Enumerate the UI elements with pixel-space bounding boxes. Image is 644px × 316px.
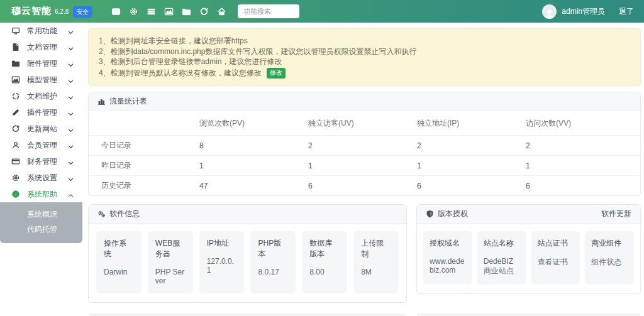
info-tile: 数据库版本 8.00: [302, 231, 347, 293]
brand: 穆云智能 6.2.8 安全: [11, 5, 92, 18]
security-alert: 1、检测到网址非安全链接，建议您部署https 2、检测到data/common…: [88, 28, 641, 86]
menu-icon[interactable]: [142, 4, 160, 19]
row-label: 今日记录: [89, 136, 199, 156]
tile-value[interactable]: 查看证书: [538, 257, 574, 268]
refresh-icon[interactable]: [195, 4, 213, 19]
shield-icon: [426, 210, 434, 218]
sidebar-item-label: 更新网站: [27, 124, 57, 134]
folder-icon[interactable]: [177, 4, 195, 19]
sidebar-item-附件管理[interactable]: 附件管理: [0, 55, 82, 72]
sidebar-item-label: 系统帮助: [27, 189, 57, 200]
info-tile: WEB服务器 PHP Server: [148, 231, 193, 293]
folder-dark-icon: [11, 59, 20, 68]
topbar: 穆云智能 6.2.8 安全 admin管理员 退了: [0, 0, 644, 23]
chart-icon[interactable]: [160, 4, 177, 19]
traffic-table-header-row: 浏览次数(PV) 独立访客(UV) 独立地址(IP) 访问次数(VV): [89, 111, 640, 136]
bar-chart-icon: [97, 97, 106, 106]
tile-label: 商业组件: [591, 238, 628, 249]
tile-value: 127.0.0.1: [207, 257, 237, 275]
submenu-item[interactable]: 代码托管: [0, 222, 82, 237]
chevron-down-icon: [68, 175, 74, 181]
chevron-down-icon: [68, 110, 74, 116]
info-row: 软件信息 操作系统 Darwin WEB服务器 PHP Server IP: [88, 204, 641, 303]
sidebar-item-更新网站[interactable]: 更新网站: [0, 121, 82, 137]
sidebar-item-label: 模型管理: [27, 75, 57, 85]
credit-card-icon: [11, 157, 20, 166]
submenu-item-label: 代码托管: [27, 225, 57, 234]
license-tile: 授权域名 www.dedebiz.com: [423, 231, 472, 285]
sidebar-item-常用功能[interactable]: 常用功能: [0, 23, 82, 39]
license-title: 版本授权: [438, 209, 468, 219]
tile-value[interactable]: 组件状态: [591, 257, 628, 268]
sidebar-menu: 常用功能 文档管理 附件管理 模型管理: [0, 23, 82, 202]
traffic-col-vv: 访问次数(VV): [526, 111, 640, 136]
tile-value: www.dedebiz.com: [430, 257, 466, 275]
sidebar-item-会员管理[interactable]: 会员管理: [0, 137, 82, 153]
tile-value: 8.0.17: [258, 268, 288, 276]
gear-icon[interactable]: [125, 4, 142, 19]
submenu-item[interactable]: 系统概况: [0, 207, 82, 222]
sidebar: 常用功能 文档管理 附件管理 模型管理: [0, 23, 82, 243]
cell-uv: 1: [308, 156, 417, 176]
alert-line-4: 4、检测到管理员默认名称没有修改，建议您修改 修改: [99, 68, 630, 79]
monitor-icon: [11, 26, 20, 35]
traffic-table: 浏览次数(PV) 独立访客(UV) 独立地址(IP) 访问次数(VV) 今日记录…: [89, 111, 640, 195]
sidebar-item-财务管理[interactable]: 财务管理: [0, 153, 82, 170]
panel-icon[interactable]: [107, 4, 125, 19]
chevron-down-icon: [68, 143, 74, 148]
chart-mountain-dark-icon: [11, 75, 20, 84]
tile-label: 授权域名: [430, 238, 466, 249]
home-icon[interactable]: [213, 4, 230, 19]
search-icon[interactable]: [287, 7, 296, 15]
cell-ip: 1: [417, 156, 526, 176]
sidebar-item-模型管理[interactable]: 模型管理: [0, 72, 82, 88]
software-info-title: 软件信息: [109, 209, 140, 219]
cell-vv: 6: [526, 176, 640, 196]
chevron-down-icon: [68, 61, 74, 67]
tile-label: 上传限制: [361, 238, 391, 259]
circle-icon: [11, 92, 20, 101]
refresh-dark-icon: [11, 124, 20, 133]
software-update-link[interactable]: 软件更新: [601, 209, 631, 219]
license-tiles: 授权域名 www.dedebiz.com 站点名称 DedeBIZ商业站点 站点…: [417, 224, 640, 293]
tile-label: 操作系统: [104, 238, 134, 259]
sidebar-item-label: 会员管理: [27, 140, 57, 151]
chevron-down-icon: [68, 28, 74, 34]
pen-icon: [11, 108, 20, 117]
chevron-down-icon: [68, 77, 74, 83]
software-info-card: 软件信息 操作系统 Darwin WEB服务器 PHP Server IP: [88, 204, 407, 303]
cell-uv: 2: [308, 136, 417, 156]
traffic-stats-header: 流量统计表: [89, 92, 640, 111]
topbar-icons: [107, 4, 230, 19]
license-card: 版本授权 软件更新 授权域名 www.dedebiz.com 站点名称 Dede…: [416, 204, 641, 294]
alert-line-4-text: 4、检测到管理员默认名称没有修改，建议您修改: [99, 68, 262, 77]
tile-value: Darwin: [104, 268, 134, 276]
sidebar-item-文档管理[interactable]: 文档管理: [0, 39, 82, 55]
sidebar-item-label: 常用功能: [27, 26, 57, 36]
function-search: [238, 4, 299, 18]
sidebar-item-系统帮助[interactable]: 系统帮助: [0, 186, 82, 202]
sidebar-item-label: 财务管理: [27, 156, 57, 167]
sidebar-item-label: 文档管理: [27, 42, 57, 53]
avatar[interactable]: [542, 4, 557, 19]
traffic-col-empty: [89, 111, 199, 136]
sidebar-item-系统设置[interactable]: 系统设置: [0, 170, 82, 186]
sidebar-item-插件管理[interactable]: 插件管理: [0, 104, 82, 121]
cell-pv: 8: [199, 136, 308, 156]
logout-link[interactable]: 退了: [619, 6, 634, 17]
chevron-up-icon: [68, 192, 74, 197]
cogs-icon: [97, 210, 106, 218]
license-tile: 商业组件 组件状态: [585, 231, 634, 285]
tile-label: IP地址: [207, 238, 237, 249]
sidebar-item-文档维护[interactable]: 文档维护: [0, 88, 82, 104]
fix-button[interactable]: 修改: [267, 68, 286, 79]
username[interactable]: admin管理员: [562, 6, 605, 17]
brand-version: 6.2.8: [55, 8, 69, 15]
sidebar-item-label: 系统设置: [27, 173, 57, 183]
row-label: 昨日记录: [89, 156, 199, 176]
software-info-header: 软件信息: [89, 205, 406, 224]
alert-line-2: 2、检测到data/common.inc.php数据库文件写入权限，建议您以管理…: [99, 47, 630, 57]
submenu-item-label: 系统概况: [27, 210, 57, 219]
chevron-down-icon: [68, 126, 74, 132]
tile-label: 数据库版本: [309, 238, 340, 259]
